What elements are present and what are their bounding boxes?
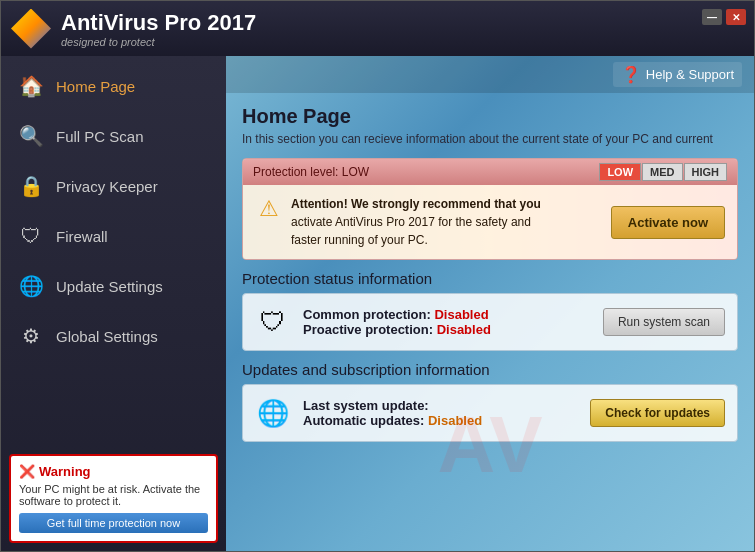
warning-title: ❌ Warning	[19, 464, 208, 479]
content-body: Home Page In this section you can reciev…	[226, 93, 754, 551]
status-left: 🛡 Common protection: Disabled Proactive …	[255, 304, 491, 340]
full-protection-button[interactable]: Get full time protection now	[19, 513, 208, 533]
protection-text-line2: activate AntiVirus Pro 2017 for the safe…	[291, 215, 531, 229]
sidebar-label-firewall: Firewall	[56, 228, 108, 245]
protection-content: Attention! We strongly recommend that yo…	[243, 185, 737, 259]
warning-box: ❌ Warning Your PC might be at risk. Acti…	[9, 454, 218, 543]
level-high-button[interactable]: HIGH	[684, 163, 728, 181]
common-label: Common protection:	[303, 307, 431, 322]
app-title: AntiVirus Pro 2017	[61, 10, 256, 36]
sidebar-item-scan[interactable]: 🔍 Full PC Scan	[1, 111, 226, 161]
content-area: AV ❓ Help & Support Home Page In this se…	[226, 56, 754, 551]
close-button[interactable]: ✕	[726, 9, 746, 25]
title-text-group: AntiVirus Pro 2017 designed to protect	[61, 10, 256, 48]
common-protection-row: Common protection: Disabled	[303, 307, 491, 322]
updates-section-title: Updates and subscription information	[242, 361, 738, 378]
common-value: Disabled	[434, 307, 488, 322]
warning-triangle-icon	[255, 197, 283, 221]
sidebar-label-scan: Full PC Scan	[56, 128, 144, 145]
level-low-button[interactable]: LOW	[599, 163, 641, 181]
protection-status-card: 🛡 Common protection: Disabled Proactive …	[242, 293, 738, 351]
protection-text: Attention! We strongly recommend that yo…	[291, 195, 541, 249]
update-icon: 🌐	[16, 271, 46, 301]
lock-icon: 🔒	[16, 171, 46, 201]
protection-message: Attention! We strongly recommend that yo…	[255, 195, 601, 249]
level-med-button[interactable]: MED	[642, 163, 682, 181]
minimize-button[interactable]: —	[702, 9, 722, 25]
proactive-protection-row: Proactive protection: Disabled	[303, 322, 491, 337]
updates-card: 🌐 Last system update: Automatic updates:…	[242, 384, 738, 442]
proactive-value: Disabled	[437, 322, 491, 337]
sidebar-label-updates: Update Settings	[56, 278, 163, 295]
app-subtitle: designed to protect	[61, 36, 256, 48]
last-update-row: Last system update:	[303, 398, 482, 413]
status-info: Common protection: Disabled Proactive pr…	[303, 307, 491, 337]
page-title: Home Page	[242, 105, 738, 128]
sidebar-item-home[interactable]: 🏠 Home Page	[1, 61, 226, 111]
last-update-label: Last system update:	[303, 398, 429, 413]
update-status-icon: 🌐	[255, 395, 291, 431]
help-label: Help & Support	[646, 67, 734, 82]
sidebar-spacer	[1, 361, 226, 446]
title-controls: — ✕	[702, 9, 746, 25]
help-bar: ❓ Help & Support	[226, 56, 754, 93]
auto-updates-row: Automatic updates: Disabled	[303, 413, 482, 428]
help-icon: ❓	[621, 65, 641, 84]
sidebar-item-global[interactable]: ⚙ Global Settings	[1, 311, 226, 361]
warning-icon: ❌	[19, 464, 35, 479]
protection-header: Protection level: LOW LOW MED HIGH	[243, 159, 737, 185]
app-logo	[11, 9, 51, 49]
proactive-label: Proactive protection:	[303, 322, 433, 337]
level-buttons: LOW MED HIGH	[599, 163, 727, 181]
settings-icon: ⚙	[16, 321, 46, 351]
run-system-scan-button[interactable]: Run system scan	[603, 308, 725, 336]
scan-icon: 🔍	[16, 121, 46, 151]
firewall-icon: 🛡	[16, 221, 46, 251]
warning-label: Warning	[39, 464, 91, 479]
title-bar: AntiVirus Pro 2017 designed to protect —…	[1, 1, 754, 56]
app-window: AntiVirus Pro 2017 designed to protect —…	[0, 0, 755, 552]
sidebar-label-privacy: Privacy Keeper	[56, 178, 158, 195]
updates-info: Last system update: Automatic updates: D…	[303, 398, 482, 428]
status-section-title: Protection status information	[242, 270, 738, 287]
check-for-updates-button[interactable]: Check for updates	[590, 399, 725, 427]
auto-updates-value: Disabled	[428, 413, 482, 428]
protection-text-line3: faster running of your PC.	[291, 233, 428, 247]
sidebar: 🏠 Home Page 🔍 Full PC Scan 🔒 Privacy Kee…	[1, 56, 226, 551]
protection-level-title: Protection level: LOW	[253, 165, 369, 179]
sidebar-item-firewall[interactable]: 🛡 Firewall	[1, 211, 226, 261]
sidebar-item-privacy[interactable]: 🔒 Privacy Keeper	[1, 161, 226, 211]
sidebar-label-home: Home Page	[56, 78, 135, 95]
protection-banner: Protection level: LOW LOW MED HIGH Atten…	[242, 158, 738, 260]
sidebar-label-global: Global Settings	[56, 328, 158, 345]
page-description: In this section you can recieve informat…	[242, 132, 738, 146]
main-area: 🏠 Home Page 🔍 Full PC Scan 🔒 Privacy Kee…	[1, 56, 754, 551]
home-icon: 🏠	[16, 71, 46, 101]
protection-text-line1: Attention! We strongly recommend that yo…	[291, 197, 541, 211]
auto-updates-label: Automatic updates:	[303, 413, 424, 428]
sidebar-item-updates[interactable]: 🌐 Update Settings	[1, 261, 226, 311]
warning-text: Your PC might be at risk. Activate the s…	[19, 483, 208, 507]
shield-status-icon: 🛡	[255, 304, 291, 340]
updates-left: 🌐 Last system update: Automatic updates:…	[255, 395, 482, 431]
activate-now-button[interactable]: Activate now	[611, 206, 725, 239]
help-support-button[interactable]: ❓ Help & Support	[613, 62, 742, 87]
